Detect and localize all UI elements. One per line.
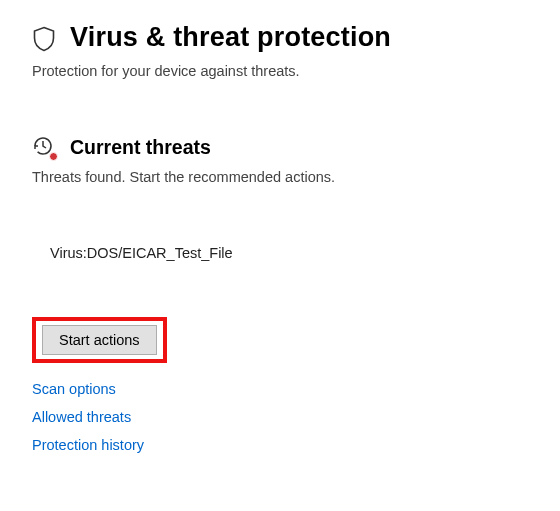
- section-subtitle: Threats found. Start the recommended act…: [32, 169, 530, 185]
- links-list: Scan options Allowed threats Protection …: [32, 381, 530, 453]
- scan-options-link[interactable]: Scan options: [32, 381, 530, 397]
- section-header: Current threats: [32, 135, 530, 159]
- page-subtitle: Protection for your device against threa…: [32, 63, 530, 79]
- action-row: Start actions: [32, 317, 530, 363]
- page-header: Virus & threat protection: [32, 22, 530, 53]
- allowed-threats-link[interactable]: Allowed threats: [32, 409, 530, 425]
- history-alert-icon: [32, 135, 56, 159]
- threat-item: Virus:DOS/EICAR_Test_File: [50, 245, 530, 261]
- section-title: Current threats: [70, 136, 211, 159]
- alert-badge: [49, 152, 58, 161]
- current-threats-section: Current threats Threats found. Start the…: [32, 135, 530, 453]
- page-title: Virus & threat protection: [70, 22, 391, 53]
- protection-history-link[interactable]: Protection history: [32, 437, 530, 453]
- annotation-highlight: Start actions: [32, 317, 167, 363]
- shield-icon: [32, 26, 56, 50]
- start-actions-button[interactable]: Start actions: [42, 325, 157, 355]
